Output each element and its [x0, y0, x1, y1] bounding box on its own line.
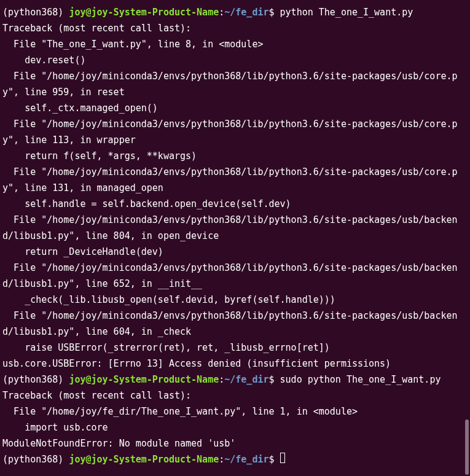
traceback-line: dev.reset() [2, 55, 85, 66]
colon: : [219, 454, 224, 465]
env-name: (python368) [2, 454, 69, 465]
traceback-line: usb.core.USBError: [Errno 13] Access den… [2, 358, 391, 369]
dollar: $ [269, 7, 280, 18]
env-name: (python368) [2, 7, 69, 18]
command-1: python The_one_I_want.py [280, 7, 413, 18]
traceback-line: raise USBError(_strerror(ret), ret, _lib… [2, 342, 330, 353]
dollar: $ [269, 374, 280, 385]
traceback-line: return f(self, *args, **kwargs) [2, 150, 197, 162]
prompt-line-1: (python368) joy@joy-System-Product-Name:… [2, 7, 413, 18]
traceback-line: Traceback (most recent call last): [2, 23, 191, 34]
traceback-line: File "/home/joy/miniconda3/envs/python36… [2, 262, 458, 289]
env-name: (python368) [2, 374, 69, 385]
traceback-line: Traceback (most recent call last): [2, 390, 191, 401]
user-host: joy@joy-System-Product-Name [69, 454, 219, 465]
user-host: joy@joy-System-Product-Name [69, 7, 219, 18]
traceback-line: ModuleNotFoundError: No module named 'us… [2, 438, 235, 449]
dollar: $ [269, 454, 280, 465]
traceback-line: _check(_lib.libusb_open(self.devid, byre… [2, 294, 335, 305]
traceback-line: File "/home/joy/miniconda3/envs/python36… [2, 166, 458, 193]
traceback-line: File "/home/joy/miniconda3/envs/python36… [2, 119, 458, 146]
colon: : [219, 374, 224, 385]
traceback-line: return _DeviceHandle(dev) [2, 246, 163, 257]
cwd-path: ~/fe_dir [224, 374, 268, 385]
traceback-line: self._ctx.managed_open() [2, 103, 158, 114]
cursor[interactable] [280, 453, 285, 463]
traceback-line: File "/home/joy/miniconda3/envs/python36… [2, 71, 458, 98]
terminal-output[interactable]: (python368) joy@joy-System-Product-Name:… [2, 4, 468, 467]
prompt-line-3: (python368) joy@joy-System-Product-Name:… [2, 454, 285, 465]
traceback-line: self.handle = self.backend.open_device(s… [2, 198, 291, 209]
user-host: joy@joy-System-Product-Name [69, 374, 219, 385]
colon: : [219, 7, 224, 18]
prompt-line-2: (python368) joy@joy-System-Product-Name:… [2, 374, 441, 385]
traceback-line: File "/home/joy/fe_dir/The_one_I_want.py… [2, 406, 358, 417]
scrollbar-thumb[interactable] [465, 419, 469, 475]
cwd-path: ~/fe_dir [224, 454, 268, 465]
traceback-line: File "/home/joy/miniconda3/envs/python36… [2, 214, 458, 241]
cwd-path: ~/fe_dir [224, 7, 268, 18]
traceback-line: File "The_one_I_want.py", line 8, in <mo… [2, 39, 263, 50]
traceback-line: import usb.core [2, 422, 108, 433]
command-2: sudo python The_one_I_want.py [280, 374, 441, 385]
traceback-line: File "/home/joy/miniconda3/envs/python36… [2, 310, 458, 337]
